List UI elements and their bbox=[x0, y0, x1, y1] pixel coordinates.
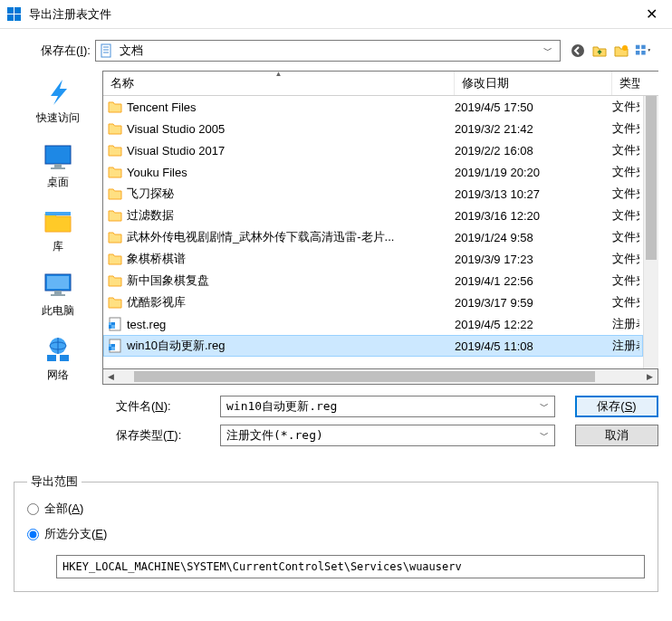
file-row[interactable]: Tencent Files2019/4/5 17:50文件夹 bbox=[103, 96, 643, 118]
libraries-icon bbox=[40, 206, 76, 235]
file-row[interactable]: win10自动更新.reg2019/4/5 11:08注册表项 bbox=[103, 335, 643, 357]
folder-icon bbox=[107, 251, 123, 267]
file-name: Tencent Files bbox=[127, 100, 455, 114]
file-row[interactable]: 象棋桥棋谱2019/3/9 17:23文件夹 bbox=[103, 248, 643, 270]
up-folder-button[interactable] bbox=[591, 43, 608, 59]
radio-branch-label[interactable]: 所选分支(E) bbox=[44, 526, 107, 542]
filetype-combo[interactable]: 注册文件(*.reg) ﹀ bbox=[220, 425, 555, 446]
column-date[interactable]: 修改日期 bbox=[455, 72, 612, 95]
sidebar-item-network[interactable]: 网络 bbox=[40, 335, 76, 383]
documents-icon bbox=[100, 43, 114, 58]
desktop-icon bbox=[40, 142, 76, 171]
file-row[interactable]: 武林外传电视剧剧情_武林外传下载高清迅雷-老片...2019/1/24 9:58… bbox=[103, 226, 643, 248]
folder-icon bbox=[107, 207, 123, 224]
file-type: 文件夹 bbox=[612, 99, 639, 115]
file-row[interactable]: Visual Studio 20052019/3/2 21:42文件夹 bbox=[103, 118, 643, 139]
svg-rect-29 bbox=[111, 347, 115, 350]
filetype-label: 保存类型(T): bbox=[116, 427, 220, 444]
file-row[interactable]: test.reg2019/4/5 12:22注册表项 bbox=[103, 313, 643, 335]
svg-rect-13 bbox=[45, 212, 71, 215]
file-date: 2019/3/9 17:23 bbox=[455, 253, 612, 266]
file-name: test.reg bbox=[127, 318, 455, 331]
quickaccess-icon bbox=[40, 78, 76, 107]
sidebar-item-quickaccess[interactable]: 快速访问 bbox=[36, 78, 80, 126]
svg-rect-16 bbox=[54, 291, 62, 294]
folder-icon bbox=[107, 186, 123, 202]
file-name: 优酷影视库 bbox=[127, 294, 455, 310]
save-in-combo[interactable]: 文档 ﹀ bbox=[95, 40, 561, 62]
save-in-value: 文档 bbox=[120, 43, 540, 59]
export-range-legend: 导出范围 bbox=[27, 473, 82, 490]
file-row[interactable]: 新中国象棋复盘2019/4/1 22:56文件夹 bbox=[103, 270, 643, 291]
file-row[interactable]: 优酷影视库2019/3/17 9:59文件夹 bbox=[103, 291, 643, 313]
svg-rect-28 bbox=[109, 344, 111, 347]
file-list: 名称▲ 修改日期 类型 Tencent Files2019/4/5 17:50文… bbox=[102, 71, 658, 369]
new-folder-button[interactable] bbox=[613, 43, 629, 59]
file-name: 武林外传电视剧剧情_武林外传下载高清迅雷-老片... bbox=[127, 229, 455, 245]
svg-rect-21 bbox=[60, 355, 69, 361]
folder-icon bbox=[107, 272, 123, 289]
file-name: Visual Studio 2017 bbox=[127, 144, 455, 158]
radio-branch[interactable] bbox=[27, 529, 39, 540]
sidebar-item-desktop[interactable]: 桌面 bbox=[40, 142, 76, 190]
file-date: 2019/4/5 12:22 bbox=[455, 318, 612, 331]
scroll-left-button[interactable]: ◀ bbox=[103, 369, 119, 384]
file-date: 2019/3/16 12:20 bbox=[455, 209, 612, 223]
svg-rect-0 bbox=[101, 44, 110, 57]
chevron-down-icon: ﹀ bbox=[540, 44, 556, 57]
folder-icon bbox=[107, 120, 123, 137]
svg-rect-17 bbox=[51, 294, 65, 296]
svg-rect-25 bbox=[111, 325, 115, 329]
scroll-right-button[interactable]: ▶ bbox=[642, 369, 658, 384]
save-button[interactable]: 保存(S) bbox=[575, 396, 658, 417]
file-type: 文件夹 bbox=[612, 272, 639, 289]
column-name[interactable]: 名称▲ bbox=[103, 72, 455, 95]
column-type[interactable]: 类型 bbox=[612, 72, 639, 95]
file-row[interactable]: 过滤数据2019/3/16 12:20文件夹 bbox=[103, 205, 643, 226]
radio-all[interactable] bbox=[27, 503, 39, 515]
file-date: 2019/3/13 10:27 bbox=[455, 187, 612, 201]
radio-all-label[interactable]: 全部(A) bbox=[44, 501, 83, 517]
file-type: 注册表项 bbox=[612, 316, 639, 332]
sidebar-item-thispc[interactable]: 此电脑 bbox=[40, 271, 76, 319]
file-row[interactable]: Visual Studio 20172019/2/2 16:08文件夹 bbox=[103, 139, 643, 161]
back-button[interactable] bbox=[570, 43, 586, 59]
places-sidebar: 快速访问 桌面 库 此电脑 网络 bbox=[14, 71, 102, 454]
file-name: Visual Studio 2005 bbox=[127, 122, 455, 136]
file-name: Youku Files bbox=[127, 166, 455, 179]
file-type: 文件夹 bbox=[612, 229, 639, 245]
folder-icon bbox=[107, 229, 123, 245]
folder-icon bbox=[107, 294, 123, 310]
regfile-icon bbox=[107, 316, 123, 332]
chevron-down-icon: ﹀ bbox=[540, 400, 549, 413]
folder-icon bbox=[107, 99, 123, 115]
file-row[interactable]: Youku Files2019/1/19 20:20文件夹 bbox=[103, 161, 643, 183]
file-type: 文件夹 bbox=[612, 207, 639, 224]
thispc-icon bbox=[40, 271, 76, 300]
close-button[interactable]: ✕ bbox=[638, 5, 665, 23]
svg-point-5 bbox=[622, 45, 628, 51]
regfile-icon bbox=[107, 338, 123, 354]
view-menu-button[interactable] bbox=[635, 43, 651, 59]
filename-label: 文件名(N): bbox=[116, 398, 220, 415]
regedit-icon bbox=[7, 7, 22, 22]
cancel-button[interactable]: 取消 bbox=[575, 425, 658, 446]
svg-rect-15 bbox=[47, 276, 69, 289]
file-date: 2019/3/2 21:42 bbox=[455, 122, 612, 136]
horizontal-scrollbar[interactable]: ◀ ▶ bbox=[102, 369, 658, 385]
file-date: 2019/2/2 16:08 bbox=[455, 144, 612, 158]
sidebar-item-libraries[interactable]: 库 bbox=[40, 206, 76, 254]
window-title: 导出注册表文件 bbox=[29, 6, 638, 23]
file-date: 2019/1/24 9:58 bbox=[455, 231, 612, 244]
chevron-down-icon: ﹀ bbox=[540, 429, 549, 442]
vertical-scrollbar[interactable] bbox=[643, 96, 658, 368]
save-in-label: 保存在(I): bbox=[14, 43, 95, 59]
file-type: 文件夹 bbox=[612, 142, 639, 158]
folder-icon bbox=[107, 142, 123, 158]
file-name: 过滤数据 bbox=[127, 207, 455, 224]
branch-path-input[interactable] bbox=[56, 555, 645, 578]
file-row[interactable]: 飞刀探秘2019/3/13 10:27文件夹 bbox=[103, 183, 643, 205]
filename-input[interactable]: win10自动更新.reg ﹀ bbox=[220, 396, 555, 417]
file-type: 文件夹 bbox=[612, 251, 639, 267]
file-type: 注册表项 bbox=[612, 338, 639, 354]
